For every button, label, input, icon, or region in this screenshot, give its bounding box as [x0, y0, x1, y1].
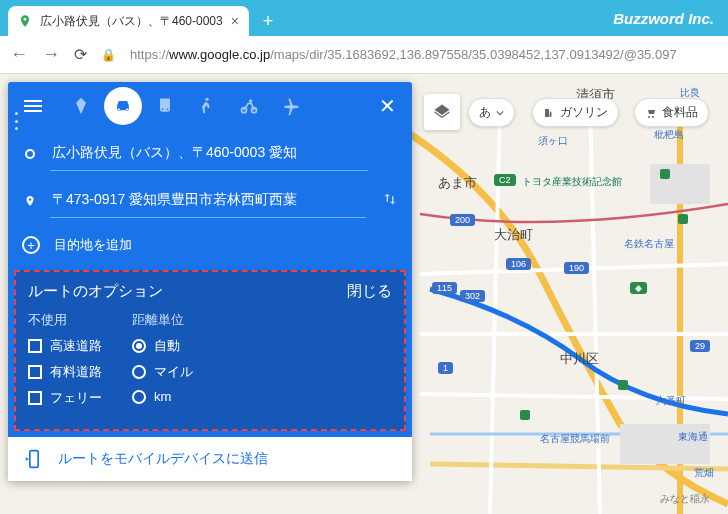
units-km-radio[interactable]: km	[132, 389, 193, 404]
new-tab-button[interactable]: +	[255, 8, 281, 34]
layers-button[interactable]	[424, 94, 460, 130]
svg-point-8	[29, 198, 32, 201]
map-label-city: 中川区	[560, 350, 599, 368]
plane-icon	[281, 96, 301, 116]
waypoints: 広小路伏見（バス）、〒460-0003 愛知 〒473-0917 愛知県豊田市若…	[8, 130, 412, 224]
map-label-neighborhood: みなと稲永	[660, 492, 710, 506]
gas-chip[interactable]: ガソリン	[532, 98, 619, 127]
walk-icon	[197, 96, 217, 116]
travel-modes: ✕	[8, 82, 412, 130]
mode-walking[interactable]	[188, 87, 226, 125]
route-options-close[interactable]: 閉じる	[347, 282, 392, 301]
destination-input[interactable]: 〒473-0917 愛知県豊田市若林西町西葉	[50, 183, 366, 218]
units-column: 距離単位 自動 マイル km	[132, 311, 193, 415]
close-panel-button[interactable]: ✕	[373, 88, 402, 124]
svg-point-7	[26, 150, 34, 158]
mode-flights[interactable]	[272, 87, 310, 125]
car-icon	[113, 96, 133, 116]
directions-panel: ✕ 広小路伏見（バス）、〒460-0003 愛知 〒473-0917 愛知県豊田…	[8, 82, 412, 481]
map-label-station: 東海通	[678, 430, 708, 444]
units-auto-radio[interactable]: 自動	[132, 337, 193, 355]
map-label-station: 名鉄名古屋	[624, 237, 674, 251]
expressway-ramp-icon	[660, 169, 670, 179]
send-to-mobile-icon	[24, 449, 44, 469]
route-shield: 115	[432, 282, 457, 294]
svg-point-0	[24, 18, 27, 21]
url-display[interactable]: https://www.google.co.jp/maps/dir/35.168…	[130, 47, 677, 62]
train-icon	[155, 96, 175, 116]
svg-point-4	[205, 98, 208, 101]
language-chip[interactable]: あ	[468, 98, 515, 127]
svg-rect-2	[650, 164, 710, 204]
map-label-city: 大治町	[494, 226, 533, 244]
diamond-icon	[71, 96, 91, 116]
units-miles-radio[interactable]: マイル	[132, 363, 193, 381]
add-destination-button[interactable]: + 目的地を追加	[8, 224, 412, 270]
browser-tab[interactable]: 広小路伏見（バス）、〒460-0003 ×	[8, 6, 249, 36]
tab-title: 広小路伏見（バス）、〒460-0003	[40, 13, 223, 30]
maps-favicon-icon	[18, 14, 32, 28]
map-label-station: 名古屋競馬場前	[540, 432, 610, 446]
destination-marker-icon	[22, 193, 38, 209]
browser-titlebar: 広小路伏見（バス）、〒460-0003 × + Buzzword Inc.	[0, 0, 728, 36]
route-shield: ◆	[630, 282, 647, 294]
map-label-poi: トヨタ産業技術記念館	[522, 175, 622, 189]
svg-rect-9	[30, 451, 38, 468]
bike-icon	[239, 96, 259, 116]
back-button[interactable]: ←	[10, 44, 28, 65]
lock-icon: 🔒	[101, 48, 116, 62]
origin-marker-icon	[22, 149, 38, 159]
route-shield: 302	[460, 290, 485, 302]
route-shield: 106	[506, 258, 531, 270]
mode-driving[interactable]	[104, 87, 142, 125]
cart-icon	[645, 107, 657, 119]
route-shield: 29	[690, 340, 710, 352]
map-label-station: 須ヶ口	[538, 134, 568, 148]
route-shield: C2	[494, 174, 516, 186]
tab-close-icon[interactable]: ×	[231, 13, 239, 29]
route-shield: 200	[450, 214, 475, 226]
expressway-ramp-icon	[520, 410, 530, 420]
send-to-mobile-button[interactable]: ルートをモバイルデバイスに送信	[8, 437, 412, 481]
avoid-header: 不使用	[28, 311, 102, 329]
avoid-tolls-checkbox[interactable]: 有料道路	[28, 363, 102, 381]
origin-input[interactable]: 広小路伏見（バス）、〒460-0003 愛知	[50, 136, 368, 171]
reload-button[interactable]: ⟳	[74, 45, 87, 64]
swap-button[interactable]	[382, 191, 398, 211]
mode-transit[interactable]	[146, 87, 184, 125]
swap-icon	[382, 191, 398, 207]
waypoint-connector-icon	[15, 112, 18, 130]
expressway-ramp-icon	[678, 214, 688, 224]
address-bar: ← → ⟳ 🔒 https://www.google.co.jp/maps/di…	[0, 36, 728, 74]
map-label-station: 枇杷島	[654, 128, 684, 142]
route-options-title: ルートのオプション	[28, 282, 163, 301]
grocery-chip[interactable]: 食料品	[634, 98, 709, 127]
forward-button[interactable]: →	[42, 44, 60, 65]
gas-icon	[543, 107, 555, 119]
avoid-ferries-checkbox[interactable]: フェリー	[28, 389, 102, 407]
chevron-down-icon	[496, 109, 504, 117]
avoid-column: 不使用 高速道路 有料道路 フェリー	[28, 311, 102, 415]
units-header: 距離単位	[132, 311, 193, 329]
menu-button[interactable]	[18, 94, 48, 118]
add-destination-label: 目的地を追加	[54, 236, 132, 254]
map-label-station: 荒畑	[694, 466, 714, 480]
destination-row: 〒473-0917 愛知県豊田市若林西町西葉	[22, 183, 398, 218]
map-label-station: 六番町	[656, 394, 686, 408]
origin-row: 広小路伏見（バス）、〒460-0003 愛知	[22, 136, 398, 171]
mode-cycling[interactable]	[230, 87, 268, 125]
map-label-city: あま市	[438, 174, 477, 192]
brand-label: Buzzword Inc.	[613, 10, 714, 27]
layers-icon	[433, 103, 451, 121]
route-shield: 1	[438, 362, 453, 374]
expressway-ramp-icon	[618, 380, 628, 390]
send-to-mobile-label: ルートをモバイルデバイスに送信	[58, 450, 268, 468]
avoid-highways-checkbox[interactable]: 高速道路	[28, 337, 102, 355]
plus-circle-icon: +	[22, 236, 40, 254]
mode-best[interactable]	[62, 87, 100, 125]
route-shield: 190	[564, 262, 589, 274]
route-options-section: ルートのオプション 閉じる 不使用 高速道路 有料道路 フェリー 距離単位 自動…	[14, 270, 406, 431]
